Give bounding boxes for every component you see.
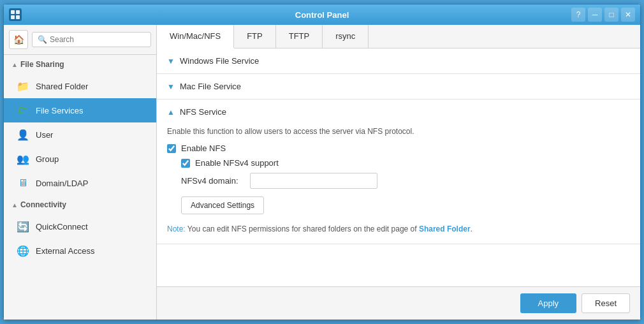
minimize-button[interactable]: ─ bbox=[588, 8, 602, 22]
nfs-service-title: NFS Service bbox=[180, 107, 226, 117]
note-suffix: . bbox=[471, 225, 472, 233]
enable-nfsv4-row: Enable NFSv4 support bbox=[181, 158, 630, 168]
sidebar-item-user[interactable]: 👤 User bbox=[4, 122, 156, 147]
sidebar-item-quickconnect[interactable]: 🔄 QuickConnect bbox=[4, 214, 156, 239]
help-button[interactable]: ? bbox=[571, 8, 585, 22]
window-title: Control Panel bbox=[295, 10, 349, 20]
quickconnect-icon: 🔄 bbox=[17, 220, 29, 233]
windows-expand-icon: ▼ bbox=[167, 57, 176, 66]
nfs-sub-options: Enable NFSv4 support bbox=[181, 158, 630, 168]
file-sharing-chevron: ▲ bbox=[11, 61, 18, 68]
nfsv4-domain-input[interactable] bbox=[250, 173, 377, 189]
note-body: You can edit NFS permissions for shared … bbox=[186, 225, 419, 233]
svg-rect-3 bbox=[16, 15, 20, 19]
nfs-expand-icon: ▲ bbox=[167, 108, 176, 117]
search-input[interactable] bbox=[50, 35, 145, 44]
mac-file-service-title: Mac File Service bbox=[180, 82, 241, 91]
advanced-settings-button[interactable]: Advanced Settings bbox=[181, 196, 264, 214]
group-label: Group bbox=[36, 154, 59, 164]
app-icon bbox=[9, 8, 22, 21]
sidebar-top: 🏠 🔍 bbox=[4, 25, 156, 55]
domain-label: Domain/LDAP bbox=[36, 179, 88, 188]
windows-file-service-section: ▼ Windows File Service bbox=[157, 48, 640, 74]
file-services-label: File Services bbox=[36, 106, 83, 115]
title-bar: Control Panel ? ─ □ ✕ bbox=[4, 4, 640, 25]
svg-rect-0 bbox=[11, 10, 15, 14]
reset-button[interactable]: Reset bbox=[582, 293, 630, 313]
folder-icon: 📁 bbox=[17, 80, 29, 92]
title-bar-left bbox=[9, 8, 22, 21]
sidebar-item-shared-folder[interactable]: 📁 Shared Folder bbox=[4, 74, 156, 98]
nfs-note: Note: You can edit NFS permissions for s… bbox=[167, 225, 630, 233]
nfs-service-section: ▲ NFS Service Enable this function to al… bbox=[157, 99, 640, 244]
external-access-icon: 🌐 bbox=[17, 244, 29, 257]
control-panel-window: Control Panel ? ─ □ ✕ 🏠 🔍 ▲ File Sharing bbox=[3, 4, 641, 320]
maximize-button[interactable]: □ bbox=[604, 8, 618, 22]
user-label: User bbox=[36, 130, 53, 140]
enable-nfsv4-label: Enable NFSv4 support bbox=[195, 158, 279, 168]
main-panel: Win/Mac/NFS FTP TFTP rsync ▼ Windows Fil… bbox=[157, 25, 640, 320]
shared-folder-label: Shared Folder bbox=[36, 82, 88, 91]
footer: Apply Reset bbox=[157, 286, 640, 320]
close-button[interactable]: ✕ bbox=[621, 8, 635, 22]
tab-bar: Win/Mac/NFS FTP TFTP rsync bbox=[157, 25, 640, 48]
sidebar-item-domain-ldap[interactable]: 🖥 Domain/LDAP bbox=[4, 171, 156, 195]
tab-rsync[interactable]: rsync bbox=[323, 25, 369, 48]
sidebar-item-external-access[interactable]: 🌐 External Access bbox=[4, 239, 156, 263]
nfsv4-domain-label: NFSv4 domain: bbox=[181, 176, 245, 186]
home-button[interactable]: 🏠 bbox=[9, 30, 28, 49]
group-icon: 👥 bbox=[17, 152, 29, 165]
panel-content: ▼ Windows File Service ▼ Mac File Servic… bbox=[157, 48, 640, 286]
mac-file-service-section: ▼ Mac File Service bbox=[157, 74, 640, 99]
search-icon: 🔍 bbox=[38, 35, 47, 44]
shared-folder-link[interactable]: Shared Folder bbox=[419, 225, 471, 233]
connectivity-chevron: ▲ bbox=[11, 202, 18, 209]
file-sharing-section-header[interactable]: ▲ File Sharing bbox=[4, 55, 156, 74]
title-bar-controls: ? ─ □ ✕ bbox=[571, 8, 635, 22]
nfsv4-domain-row: NFSv4 domain: bbox=[181, 173, 630, 189]
nfs-service-body: Enable this function to allow users to a… bbox=[157, 124, 640, 244]
search-box: 🔍 bbox=[32, 32, 151, 47]
tab-win-mac-nfs[interactable]: Win/Mac/NFS bbox=[157, 25, 234, 48]
tab-tftp[interactable]: TFTP bbox=[276, 25, 323, 48]
apply-button[interactable]: Apply bbox=[520, 293, 577, 313]
mac-file-service-header[interactable]: ▼ Mac File Service bbox=[157, 74, 640, 99]
file-services-icon: 🗂 bbox=[17, 104, 29, 117]
windows-file-service-title: Windows File Service bbox=[180, 56, 259, 66]
windows-file-service-header[interactable]: ▼ Windows File Service bbox=[157, 48, 640, 73]
quickconnect-label: QuickConnect bbox=[36, 222, 88, 232]
connectivity-section-header[interactable]: ▲ Connectivity bbox=[4, 195, 156, 214]
content-area: 🏠 🔍 ▲ File Sharing 📁 Shared Folder 🗂 Fil… bbox=[4, 25, 640, 320]
enable-nfsv4-checkbox[interactable] bbox=[181, 159, 190, 168]
enable-nfs-row: Enable NFS bbox=[167, 144, 630, 153]
external-access-label: External Access bbox=[36, 246, 95, 256]
nfs-service-header[interactable]: ▲ NFS Service bbox=[157, 99, 640, 124]
sidebar-item-group[interactable]: 👥 Group bbox=[4, 147, 156, 171]
nfs-description: Enable this function to allow users to a… bbox=[167, 124, 630, 136]
mac-expand-icon: ▼ bbox=[167, 82, 176, 91]
connectivity-label: Connectivity bbox=[20, 200, 66, 209]
sidebar-item-file-services[interactable]: 🗂 File Services bbox=[4, 98, 156, 122]
domain-icon: 🖥 bbox=[17, 177, 29, 189]
enable-nfs-checkbox[interactable] bbox=[167, 144, 176, 153]
enable-nfs-label: Enable NFS bbox=[181, 144, 226, 153]
svg-rect-1 bbox=[16, 10, 20, 14]
sidebar: 🏠 🔍 ▲ File Sharing 📁 Shared Folder 🗂 Fil… bbox=[4, 25, 157, 320]
file-sharing-label: File Sharing bbox=[20, 60, 64, 69]
svg-rect-2 bbox=[11, 15, 15, 19]
note-label: Note: bbox=[167, 225, 186, 233]
user-icon: 👤 bbox=[17, 128, 29, 141]
tab-ftp[interactable]: FTP bbox=[234, 25, 276, 48]
